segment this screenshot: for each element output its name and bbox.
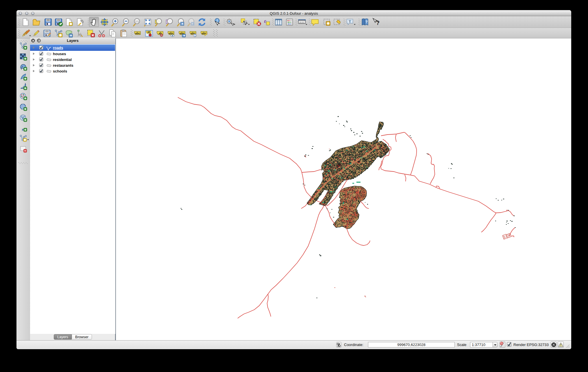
svg-text:T: T [348, 19, 351, 23]
svg-text:ε: ε [264, 18, 266, 24]
svg-text:?: ? [365, 19, 367, 24]
svg-text:,: , [22, 124, 23, 131]
svg-text:1:1: 1:1 [135, 20, 138, 23]
svg-text:abc: abc [169, 31, 173, 34]
svg-text:?: ? [376, 19, 380, 26]
svg-text:abc: abc [135, 31, 140, 34]
svg-text:ab: ab [147, 31, 150, 34]
